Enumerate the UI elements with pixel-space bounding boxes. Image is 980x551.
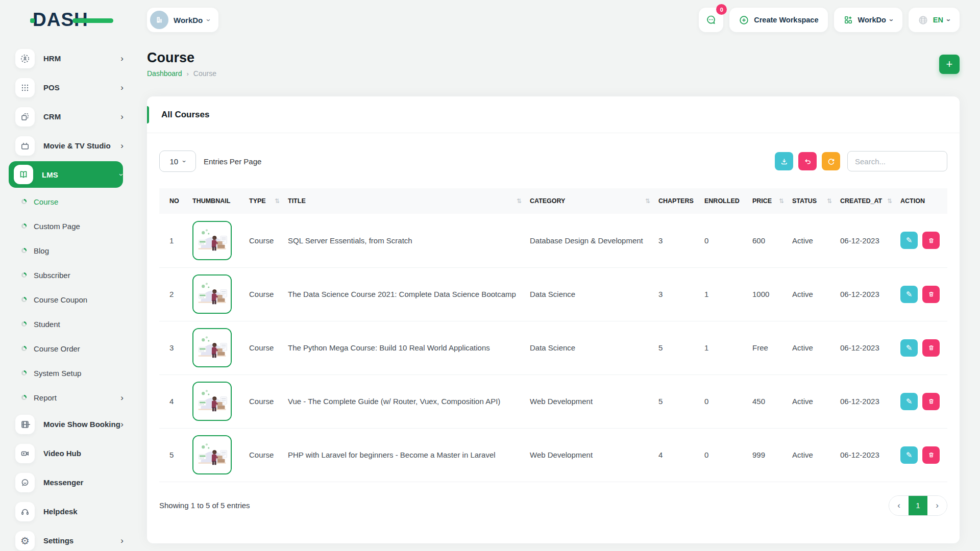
cell-title: The Python Mega Course: Build 10 Real Wo…: [285, 321, 527, 374]
table-row: 2 Course The Data Science Course 2021: C…: [159, 267, 947, 321]
cell-enrolled: 0: [701, 374, 749, 428]
edit-button[interactable]: ✎: [900, 232, 918, 249]
chevron-right-icon: ›: [120, 83, 124, 92]
brand-logo[interactable]: DASH: [33, 9, 109, 31]
export-button[interactable]: [775, 152, 793, 170]
edit-button[interactable]: ✎: [900, 339, 918, 357]
delete-button[interactable]: [922, 232, 940, 249]
sidebar-subitem-course-coupon[interactable]: Course Coupon: [15, 287, 124, 312]
create-workspace-label: Create Workspace: [754, 16, 818, 24]
edit-button[interactable]: ✎: [900, 446, 918, 464]
workdo-menu-button[interactable]: WorkDo ›: [834, 8, 902, 32]
col-category[interactable]: CATEGORY⇅: [527, 188, 655, 214]
sidebar-item-label: LMS: [42, 170, 120, 179]
sidebar-item-hrm[interactable]: HRM ›: [15, 44, 124, 73]
logo-dot: [30, 18, 35, 23]
reset-button[interactable]: [798, 152, 817, 170]
refresh-button[interactable]: [822, 152, 840, 170]
pagination-next[interactable]: ›: [927, 495, 947, 516]
col-created-at[interactable]: CREATED_AT⇅: [837, 188, 897, 214]
sidebar-subitem-student[interactable]: Student: [15, 312, 124, 336]
table-header-row: NO THUMBNAIL TYPE⇅ TITLE⇅ CATEGORY⇅ CHAP…: [159, 188, 947, 214]
sidebar-subitem-blog[interactable]: Blog: [15, 238, 124, 263]
sidebar-item-movie-show-booking[interactable]: Movie Show Booking ›: [15, 410, 124, 439]
bullet-icon: [21, 395, 27, 400]
search-input[interactable]: [847, 151, 947, 171]
sidebar-item-helpdesk[interactable]: Helpdesk: [15, 497, 124, 526]
workspace-avatar: [150, 11, 168, 29]
language-code: EN: [933, 16, 943, 24]
cell-created-at: 06-12-2023: [837, 428, 897, 482]
chevron-down-icon: ›: [205, 19, 213, 21]
trash-icon: [927, 290, 935, 298]
hrm-icon: [15, 49, 35, 68]
chevron-right-icon: ›: [120, 112, 124, 121]
cell-price: Free: [749, 321, 789, 374]
sidebar-subitem-report[interactable]: Report ›: [15, 385, 124, 410]
col-price[interactable]: PRICE⇅: [749, 188, 789, 214]
messages-button[interactable]: 0: [699, 8, 723, 32]
pagination-page-1[interactable]: 1: [909, 495, 927, 516]
sidebar-item-pos[interactable]: POS ›: [15, 73, 124, 102]
notification-badge: 0: [716, 4, 727, 15]
course-thumbnail: [192, 435, 232, 474]
pos-icon: [15, 78, 35, 97]
col-chapters: CHAPTERS: [655, 188, 701, 214]
edit-button[interactable]: ✎: [900, 393, 918, 410]
cell-chapters: 5: [655, 321, 701, 374]
sidebar-item-messenger[interactable]: Messenger: [15, 468, 124, 497]
col-type[interactable]: TYPE⇅: [246, 188, 285, 214]
bullet-icon: [21, 370, 27, 375]
sidebar-subitem-system-setup[interactable]: System Setup: [15, 361, 124, 385]
sidebar-subitem-custom-page[interactable]: Custom Page: [15, 214, 124, 238]
cell-title: The Data Science Course 2021: Complete D…: [285, 267, 527, 321]
sidebar-subitem-course-order[interactable]: Course Order: [15, 336, 124, 361]
breadcrumb-current: Course: [193, 69, 216, 78]
delete-button[interactable]: [922, 339, 940, 357]
workspace-name: WorkDo: [174, 16, 203, 24]
pencil-icon: ✎: [906, 343, 913, 353]
breadcrumb-dashboard-link[interactable]: Dashboard: [147, 69, 182, 78]
refresh-icon: [827, 157, 836, 166]
cell-type: Course: [246, 374, 285, 428]
pagination-prev[interactable]: ‹: [889, 495, 909, 516]
cell-created-at: 06-12-2023: [837, 374, 897, 428]
breadcrumb-separator: ›: [187, 70, 189, 78]
delete-button[interactable]: [922, 393, 940, 410]
entries-per-page-select[interactable]: 10 ›: [159, 151, 196, 172]
chevron-right-icon: ›: [120, 536, 124, 545]
headset-icon: [15, 502, 35, 521]
table-toolbar: 10 › Entries Per Page: [147, 151, 960, 172]
delete-button[interactable]: [922, 286, 940, 303]
cell-created-at: 06-12-2023: [837, 214, 897, 267]
edit-button[interactable]: ✎: [900, 286, 918, 303]
language-selector[interactable]: EN ›: [909, 8, 960, 32]
delete-button[interactable]: [922, 446, 940, 464]
cell-chapters: 3: [655, 267, 701, 321]
sidebar-item-video-hub[interactable]: Video Hub: [15, 439, 124, 468]
courses-table: NO THUMBNAIL TYPE⇅ TITLE⇅ CATEGORY⇅ CHAP…: [159, 188, 947, 482]
cell-enrolled: 0: [701, 214, 749, 267]
bullet-icon: [21, 248, 27, 253]
workspace-switcher[interactable]: WorkDo ›: [147, 8, 218, 32]
add-course-button[interactable]: +: [939, 55, 960, 74]
col-enrolled: ENROLLED: [701, 188, 749, 214]
sidebar-item-lms[interactable]: LMS ›: [9, 161, 123, 188]
sort-icon: ⇅: [645, 197, 650, 205]
table-row: 3 Course The Python Mega Course: Build 1…: [159, 321, 947, 374]
create-workspace-button[interactable]: Create Workspace: [729, 8, 827, 32]
top-header: DASH WorkDo › 0: [0, 0, 980, 40]
sidebar-item-label: Helpdesk: [43, 507, 124, 516]
cell-status: Active: [789, 321, 837, 374]
col-status[interactable]: STATUS⇅: [789, 188, 837, 214]
trash-icon: [927, 397, 935, 405]
bullet-icon: [21, 272, 27, 278]
sidebar-item-movie-tv-studio[interactable]: Movie & TV Studio ›: [15, 131, 124, 160]
sidebar-item-settings[interactable]: ⚙ Settings ›: [15, 526, 124, 551]
sidebar-subitem-subscriber[interactable]: Subscriber: [15, 263, 124, 287]
sidebar-item-crm[interactable]: CRM ›: [15, 102, 124, 131]
crm-icon: [15, 107, 35, 127]
pencil-icon: ✎: [906, 236, 913, 245]
col-title[interactable]: TITLE⇅: [285, 188, 527, 214]
sidebar-subitem-course[interactable]: Course: [15, 189, 124, 214]
